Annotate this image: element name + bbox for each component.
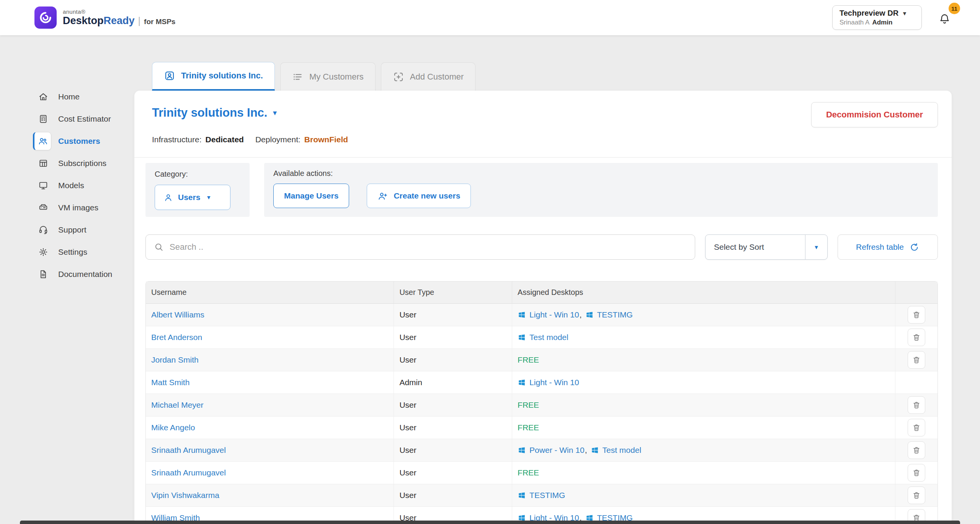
username-link[interactable]: Mike Angelo — [151, 423, 195, 432]
subscriptions-icon — [38, 158, 48, 168]
desktop-link[interactable]: Test model — [529, 333, 568, 342]
sidebar-item-cost-estimator[interactable]: Cost Estimator — [0, 108, 134, 130]
deployment-label: Deployment: — [255, 135, 301, 144]
create-new-users-button[interactable]: Create new users — [367, 184, 471, 208]
delete-user-button[interactable] — [908, 464, 925, 482]
bottom-window-edge — [20, 521, 960, 524]
assigned-desktops-cell: Light - Win 10 — [512, 371, 895, 394]
desktop-link[interactable]: TESTIMG — [529, 491, 565, 500]
delete-user-button[interactable] — [908, 306, 925, 324]
delete-user-button[interactable] — [908, 441, 925, 459]
customer-detail-card: Trinity solutions Inc. ▾ Decommision Cus… — [134, 91, 952, 524]
app-header: anunta® DesktopReady | for MSPs Techprev… — [0, 0, 980, 35]
windows-icon — [518, 491, 526, 500]
cost-estimator-icon — [38, 114, 48, 124]
vm-images-icon — [38, 203, 48, 213]
tab-my-customers[interactable]: My Customers — [280, 62, 376, 91]
tab-label: Add Customer — [410, 72, 464, 82]
decommission-customer-button[interactable]: Decommision Customer — [811, 102, 938, 127]
refresh-table-label: Refresh table — [856, 242, 904, 252]
tab-trinity-solutions-inc[interactable]: Trinity solutions Inc. — [152, 62, 275, 91]
username-cell: Albert Williams — [146, 304, 394, 326]
delete-user-button[interactable] — [908, 396, 925, 414]
settings-icon — [38, 247, 48, 257]
page-title[interactable]: Trinity solutions Inc. ▾ — [152, 106, 276, 120]
separator: , — [580, 310, 582, 319]
available-actions-panel: Available actions: Manage Users Create n… — [264, 163, 938, 217]
free-status: FREE — [518, 468, 539, 477]
customers-icon — [33, 132, 51, 150]
brand: anunta® DesktopReady | for MSPs — [34, 7, 175, 29]
sidebar-item-label: Settings — [58, 247, 87, 257]
table-header-row: Username User Type Assigned Desktops — [146, 282, 938, 304]
customer-badge-icon — [164, 70, 175, 81]
username-link[interactable]: Michael Meyer — [151, 400, 204, 409]
notifications-button[interactable]: 11 — [938, 8, 956, 28]
separator: , — [585, 446, 587, 454]
delete-user-button[interactable] — [908, 351, 925, 369]
desktop-link[interactable]: TESTIMG — [597, 310, 633, 319]
user-type-cell: User — [394, 394, 512, 417]
delete-user-button[interactable] — [908, 487, 925, 504]
sidebar-item-support[interactable]: Support — [0, 219, 134, 241]
windows-icon — [518, 333, 526, 342]
windows-icon — [585, 311, 594, 319]
row-actions-cell — [895, 417, 938, 439]
main-content: Trinity solutions Inc. My Customers Add … — [134, 35, 980, 524]
sidebar-item-home[interactable]: Home — [0, 86, 134, 108]
desktop-link[interactable]: Light - Win 10 — [529, 378, 579, 387]
create-users-label: Create new users — [394, 191, 460, 200]
sidebar-item-subscriptions[interactable]: Subscriptions — [0, 152, 134, 174]
infrastructure-value: Dedicated — [206, 135, 244, 144]
sidebar-item-settings[interactable]: Settings — [0, 241, 134, 263]
desktop-link[interactable]: Test model — [603, 446, 642, 454]
username-link[interactable]: Bret Anderson — [151, 333, 202, 342]
username-link[interactable]: Srinaath Arumugavel — [151, 468, 226, 477]
notification-badge: 11 — [949, 3, 960, 14]
models-icon — [38, 181, 48, 190]
username-cell: Srinaath Arumugavel — [146, 462, 394, 484]
customer-meta: Infrastructure: Dedicated Deployment: Br… — [145, 135, 938, 144]
infrastructure-label: Infrastructure: — [152, 135, 202, 144]
username-link[interactable]: Vipin Vishwakarma — [151, 491, 219, 500]
sort-caret-zone: ▾ — [805, 235, 827, 259]
delete-user-button[interactable] — [908, 419, 925, 436]
username-link[interactable]: Matt Smith — [151, 378, 189, 387]
username-link[interactable]: Jordan Smith — [151, 355, 199, 364]
row-actions-cell — [895, 439, 938, 462]
brand-company: anunta® — [63, 8, 175, 15]
manage-users-button[interactable]: Manage Users — [273, 184, 349, 208]
category-users-dropdown[interactable]: Users ▾ — [155, 185, 230, 210]
table-row: Matt Smith Admin Light - Win 10 — [146, 371, 938, 394]
refresh-table-button[interactable]: Refresh table — [838, 234, 938, 260]
desktop-link[interactable]: Light - Win 10 — [529, 310, 579, 319]
person-icon — [163, 193, 173, 202]
assigned-desktops-cell: FREE — [512, 349, 895, 371]
user-type-cell: User — [394, 304, 512, 326]
windows-icon — [591, 446, 599, 454]
column-header-user-type: User Type — [394, 282, 512, 304]
row-actions-cell — [895, 462, 938, 484]
sidebar-item-vm-images[interactable]: VM images — [0, 197, 134, 219]
sidebar-item-label: VM images — [58, 203, 98, 212]
toolbar-row: Select by Sort ▾ Refresh table — [145, 234, 938, 260]
sort-select[interactable]: Select by Sort ▾ — [705, 234, 828, 260]
desktop-link[interactable]: Power - Win 10 — [529, 446, 585, 454]
sidebar-item-customers[interactable]: Customers — [0, 130, 134, 152]
category-label: Category: — [155, 170, 240, 179]
available-actions-label: Available actions: — [273, 169, 929, 178]
username-cell: Matt Smith — [146, 371, 394, 394]
account-role: Admin — [872, 19, 892, 26]
sidebar-item-documentation[interactable]: Documentation — [0, 263, 134, 285]
account-user: Srinaath A — [840, 19, 869, 26]
search-input[interactable] — [170, 242, 687, 252]
actions-buttons: Manage Users Create new users — [273, 184, 929, 208]
brand-product-part1: Desktop — [63, 15, 104, 27]
username-link[interactable]: Srinaath Arumugavel — [151, 446, 226, 454]
sidebar-item-models[interactable]: Models — [0, 174, 134, 197]
username-link[interactable]: Albert Williams — [151, 310, 204, 319]
tab-add-customer[interactable]: Add Customer — [381, 62, 476, 91]
account-menu[interactable]: Techpreview DR ▾ Srinaath A Admin — [832, 5, 922, 30]
delete-user-button[interactable] — [908, 329, 925, 346]
free-status: FREE — [518, 400, 539, 409]
